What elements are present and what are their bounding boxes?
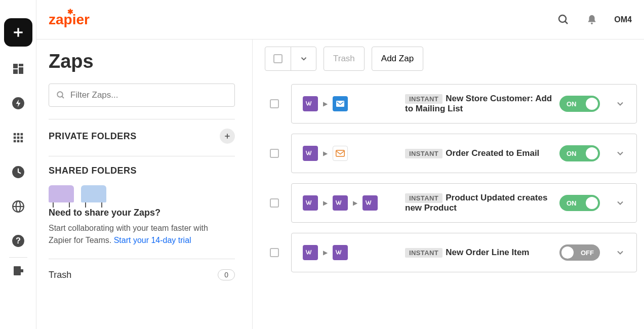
zap-title: INSTANTNew Order Line Item — [405, 248, 553, 258]
svg-rect-14 — [17, 140, 19, 143]
zap-checkbox[interactable] — [270, 198, 279, 208]
zap-title: INSTANTNew Store Customer: Add to Mailin… — [405, 94, 553, 114]
zap-name: Order Created to Email — [446, 148, 539, 158]
arrow-icon: ▶ — [323, 100, 328, 107]
svg-rect-23 — [19, 269, 23, 272]
svg-rect-12 — [20, 137, 23, 139]
app-icon — [303, 96, 318, 111]
instant-badge: INSTANT — [405, 94, 442, 104]
search-icon — [56, 91, 65, 100]
search-button[interactable] — [553, 10, 574, 30]
zap-toggle[interactable]: ON — [559, 145, 600, 161]
add-folder-button[interactable] — [220, 129, 235, 144]
shared-folders-heading: SHARED FOLDERS — [49, 166, 235, 176]
zap-checkbox[interactable] — [270, 99, 279, 108]
zap-card[interactable]: ▶INSTANTNew Order Line ItemOFF — [291, 233, 637, 272]
svg-rect-4 — [19, 67, 23, 74]
zap-title: INSTANTProduct Updated creates new Produ… — [405, 193, 553, 213]
zap-row: ▶INSTANTNew Store Customer: Add to Maili… — [265, 84, 637, 124]
svg-text:?: ? — [16, 236, 21, 245]
start-trial-link[interactable]: Start your 14-day trial — [114, 236, 191, 244]
app-icon — [333, 195, 348, 211]
zap-toggle[interactable]: OFF — [559, 244, 600, 261]
help-icon[interactable]: ? — [11, 234, 25, 248]
expand-button[interactable] — [615, 148, 625, 158]
app-chain: ▶ — [303, 96, 399, 111]
instant-badge: INSTANT — [405, 248, 442, 258]
logout-icon[interactable] — [11, 264, 25, 278]
logo[interactable]: ✱ zapier — [49, 12, 90, 28]
apps-icon[interactable] — [11, 131, 25, 145]
logo-star-icon: ✱ — [67, 8, 73, 16]
side-panel: Zaps PRIVATE FOLDERS SHARED FOLDERS Need… — [36, 39, 253, 329]
app-chain: ▶ — [303, 245, 399, 260]
dashboard-icon[interactable] — [11, 62, 25, 76]
svg-line-28 — [62, 96, 64, 98]
zap-row: ▶▶INSTANTProduct Updated creates new Pro… — [265, 183, 637, 223]
divider — [49, 156, 235, 156]
instant-badge: INSTANT — [405, 193, 442, 203]
explore-icon[interactable] — [11, 199, 25, 214]
add-zap-button[interactable]: Add Zap — [372, 47, 423, 71]
svg-rect-8 — [17, 133, 19, 136]
history-icon[interactable] — [11, 165, 25, 179]
filter-input[interactable] — [70, 90, 227, 100]
notifications-button[interactable] — [582, 10, 602, 30]
zap-title: INSTANTOrder Created to Email — [405, 148, 553, 158]
app-icon — [363, 195, 378, 211]
app-icon — [333, 245, 348, 260]
zap-row: ▶INSTANTOrder Created to EmailON — [265, 134, 637, 173]
svg-line-25 — [565, 21, 568, 24]
trash-count: 0 — [218, 269, 235, 280]
svg-rect-3 — [19, 64, 23, 66]
main-content: Trash Add Zap ▶INSTANTNew Store Customer… — [253, 39, 644, 329]
svg-rect-9 — [20, 133, 23, 136]
expand-button[interactable] — [615, 248, 625, 258]
svg-point-26 — [591, 22, 593, 24]
svg-point-24 — [559, 15, 566, 22]
svg-rect-5 — [13, 69, 18, 74]
zap-card[interactable]: ▶INSTANTNew Store Customer: Add to Maili… — [291, 84, 637, 124]
zap-checkbox[interactable] — [270, 149, 279, 158]
app-chain: ▶▶ — [303, 195, 399, 211]
zap-card[interactable]: ▶INSTANTOrder Created to EmailON — [291, 134, 637, 173]
svg-rect-32 — [336, 150, 345, 156]
zap-card[interactable]: ▶▶INSTANTProduct Updated creates new Pro… — [291, 183, 637, 223]
zaps-icon[interactable] — [11, 96, 25, 110]
arrow-icon: ▶ — [323, 249, 328, 256]
shared-cta-title: Need to share your Zaps? — [49, 208, 235, 218]
app-icon — [303, 195, 318, 211]
user-menu[interactable]: OM4 — [614, 15, 632, 24]
zap-toggle[interactable]: ON — [559, 195, 600, 211]
trash-label: Trash — [49, 270, 218, 280]
zap-row: ▶INSTANTNew Order Line ItemOFF — [265, 233, 637, 272]
zap-name: New Order Line Item — [446, 248, 529, 257]
toolbar: Trash Add Zap — [265, 47, 637, 71]
instant-badge: INSTANT — [405, 149, 442, 158]
page-title: Zaps — [49, 51, 235, 72]
zap-toggle[interactable]: ON — [559, 96, 600, 112]
private-folders-heading: PRIVATE FOLDERS — [49, 131, 220, 142]
expand-button[interactable] — [615, 198, 625, 208]
svg-rect-2 — [13, 64, 18, 68]
trash-button[interactable]: Trash — [324, 47, 365, 71]
create-button[interactable] — [4, 18, 32, 47]
left-rail: ? — [0, 0, 36, 329]
arrow-icon: ▶ — [353, 199, 357, 207]
app-icon — [303, 146, 318, 161]
filter-input-wrapper[interactable] — [49, 84, 235, 107]
trash-row[interactable]: Trash 0 — [49, 269, 235, 280]
expand-button[interactable] — [615, 99, 625, 109]
svg-rect-11 — [17, 137, 19, 139]
arrow-icon: ▶ — [323, 150, 328, 157]
shared-illustration — [49, 185, 235, 202]
zap-checkbox[interactable] — [270, 248, 279, 257]
svg-point-27 — [57, 92, 63, 97]
app-icon — [303, 245, 318, 260]
svg-rect-10 — [13, 137, 16, 139]
select-dropdown[interactable] — [291, 47, 316, 70]
select-all-checkbox[interactable] — [265, 47, 291, 70]
divider — [49, 259, 235, 259]
svg-rect-31 — [336, 101, 344, 107]
app-icon — [333, 146, 348, 161]
